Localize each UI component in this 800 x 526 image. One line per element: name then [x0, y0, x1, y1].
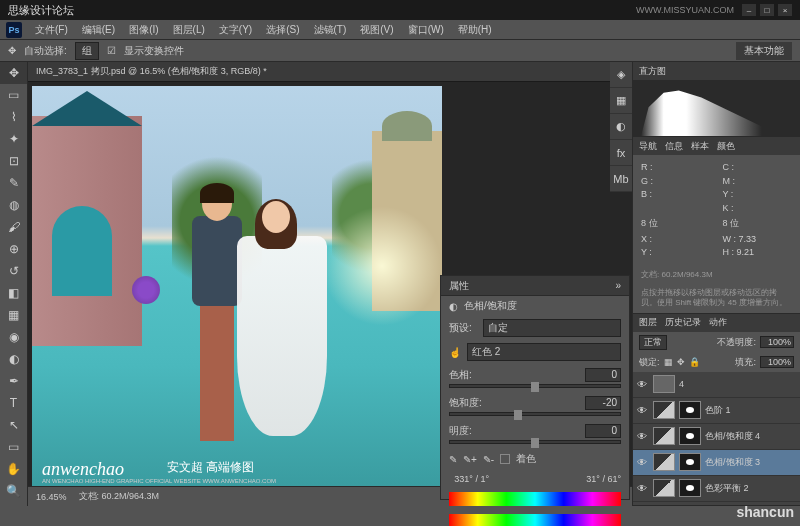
info-m: M : [723, 176, 736, 186]
saturation-input[interactable]: -20 [585, 396, 621, 410]
actions-tab[interactable]: 动作 [709, 316, 727, 329]
menu-file[interactable]: 文件(F) [30, 21, 73, 39]
properties-tab[interactable]: 属性 [449, 279, 469, 293]
preset-dropdown[interactable]: 自定 [483, 319, 621, 337]
pen-tool[interactable]: ✒ [0, 370, 27, 392]
lasso-tool[interactable]: ⌇ [0, 106, 27, 128]
info-bit1: 8 位 [641, 217, 711, 231]
source-url: WWW.MISSYUAN.COM [636, 5, 734, 15]
layer-name: 色彩平衡 2 [705, 482, 749, 495]
crop-tool[interactable]: ⊡ [0, 150, 27, 172]
close-button[interactable]: × [778, 4, 792, 16]
eyedropper-sub-icon[interactable]: ✎- [483, 454, 494, 465]
adjustments-panel-icon[interactable]: ◐ [610, 114, 632, 140]
gradient-tool[interactable]: ▦ [0, 304, 27, 326]
hand-tool[interactable]: ✋ [0, 458, 27, 480]
lock-pixels-icon[interactable]: ▦ [664, 357, 673, 367]
visibility-icon[interactable]: 👁 [637, 405, 649, 416]
info-r: R : [641, 162, 653, 172]
info-k: K : [723, 203, 734, 213]
zoom-level[interactable]: 16.45% [36, 492, 67, 502]
range-left: 331° / 1° [449, 474, 489, 484]
hue-input[interactable]: 0 [585, 368, 621, 382]
layer-row[interactable]: 👁色相/饱和度 3 [633, 450, 800, 476]
layer-row[interactable]: 👁色阶 1 [633, 398, 800, 424]
blur-tool[interactable]: ◉ [0, 326, 27, 348]
minimize-button[interactable]: – [742, 4, 756, 16]
menu-view[interactable]: 视图(V) [355, 21, 398, 39]
colorize-label: 着色 [516, 452, 536, 466]
wand-tool[interactable]: ✦ [0, 128, 27, 150]
menu-filter[interactable]: 滤镜(T) [309, 21, 352, 39]
lightness-input[interactable]: 0 [585, 424, 621, 438]
visibility-icon[interactable]: 👁 [637, 379, 649, 390]
channel-dropdown[interactable]: 红色 2 [467, 343, 621, 361]
eyedropper-normal-icon[interactable]: ✎ [449, 454, 457, 465]
mask-thumb [679, 427, 701, 445]
sample-tab[interactable]: 样本 [691, 140, 709, 153]
shape-tool[interactable]: ▭ [0, 436, 27, 458]
lock-position-icon[interactable]: ✥ [677, 357, 685, 367]
hue-slider[interactable] [449, 384, 621, 388]
type-tool[interactable]: T [0, 392, 27, 414]
move-tool[interactable]: ✥ [0, 62, 27, 84]
history-brush-tool[interactable]: ↺ [0, 260, 27, 282]
maximize-button[interactable]: □ [760, 4, 774, 16]
histogram-tab[interactable]: 直方图 [639, 65, 666, 78]
layer-thumb [653, 375, 675, 393]
ps-logo-icon: Ps [6, 22, 22, 38]
info-tab[interactable]: 信息 [665, 140, 683, 153]
menu-window[interactable]: 窗口(W) [403, 21, 449, 39]
saturation-slider[interactable] [449, 412, 621, 416]
color-tab[interactable]: 颜色 [717, 140, 735, 153]
lightness-slider[interactable] [449, 440, 621, 444]
show-transform-checkbox[interactable]: ☑ [107, 45, 116, 56]
finger-icon[interactable]: ☝ [449, 347, 461, 358]
eyedropper-tool[interactable]: ✎ [0, 172, 27, 194]
menu-type[interactable]: 文字(Y) [214, 21, 257, 39]
fill-input[interactable]: 100% [760, 356, 794, 368]
color-panel-icon[interactable]: ◈ [610, 62, 632, 88]
opacity-input[interactable]: 100% [760, 336, 794, 348]
layer-row[interactable]: 👁色彩平衡 2 [633, 476, 800, 502]
path-tool[interactable]: ↖ [0, 414, 27, 436]
visibility-icon[interactable]: 👁 [637, 483, 649, 494]
menu-edit[interactable]: 编辑(E) [77, 21, 120, 39]
range-right: 31° / 61° [581, 474, 621, 484]
colorize-checkbox[interactable] [500, 454, 510, 464]
eyedropper-add-icon[interactable]: ✎+ [463, 454, 477, 465]
menu-layer[interactable]: 图层(L) [168, 21, 210, 39]
layer-row[interactable]: 👁色相/饱和度 4 [633, 424, 800, 450]
move-tool-icon: ✥ [8, 45, 16, 56]
layers-tab[interactable]: 图层 [639, 316, 657, 329]
visibility-icon[interactable]: 👁 [637, 431, 649, 442]
lock-all-icon[interactable]: 🔒 [689, 357, 700, 367]
navigator-tab[interactable]: 导航 [639, 140, 657, 153]
eraser-tool[interactable]: ◧ [0, 282, 27, 304]
zoom-tool[interactable]: 🔍 [0, 480, 27, 502]
brush-tool[interactable]: 🖌 [0, 216, 27, 238]
layer-thumb [653, 453, 675, 471]
mask-thumb [679, 453, 701, 471]
layer-thumb [653, 427, 675, 445]
blend-mode-dropdown[interactable]: 正常 [639, 335, 667, 350]
menu-image[interactable]: 图像(I) [124, 21, 163, 39]
menu-help[interactable]: 帮助(H) [453, 21, 497, 39]
dodge-tool[interactable]: ◐ [0, 348, 27, 370]
mb-panel-icon[interactable]: Mb [610, 166, 632, 192]
history-tab[interactable]: 历史记录 [665, 316, 701, 329]
stamp-tool[interactable]: ⊕ [0, 238, 27, 260]
hue-range-bar[interactable] [449, 492, 621, 506]
marquee-tool[interactable]: ▭ [0, 84, 27, 106]
document-tab[interactable]: IMG_3783_1 拷贝.psd @ 16.5% (色相/饱和度 3, RGB… [28, 62, 632, 82]
collapse-icon[interactable]: » [615, 280, 621, 291]
heal-tool[interactable]: ◍ [0, 194, 27, 216]
visibility-icon[interactable]: 👁 [637, 457, 649, 468]
menu-select[interactable]: 选择(S) [261, 21, 304, 39]
styles-panel-icon[interactable]: fx [610, 140, 632, 166]
layer-row[interactable]: 👁4 [633, 372, 800, 398]
auto-select-dropdown[interactable]: 组 [75, 42, 99, 60]
auto-select-label: 自动选择: [24, 44, 67, 58]
swatches-panel-icon[interactable]: ▦ [610, 88, 632, 114]
workspace-selector[interactable]: 基本功能 [736, 42, 792, 60]
